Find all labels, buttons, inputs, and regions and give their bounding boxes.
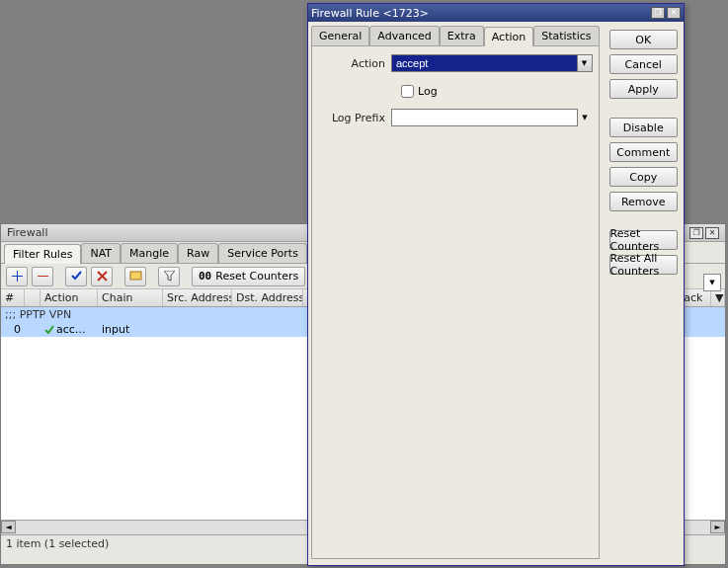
remove-button[interactable] bbox=[32, 267, 53, 286]
tab-action[interactable]: Action bbox=[484, 27, 533, 46]
col-flag[interactable] bbox=[25, 289, 40, 306]
reset-all-counters-button[interactable]: Reset All Counters bbox=[609, 255, 679, 275]
copy-button[interactable]: Copy bbox=[609, 167, 679, 187]
action-row: Action ▼ bbox=[318, 54, 593, 72]
apply-button[interactable]: Apply bbox=[609, 79, 679, 99]
remove-button[interactable]: Remove bbox=[609, 192, 679, 211]
chevron-down-icon[interactable]: ▼ bbox=[578, 54, 593, 72]
workspace: Firewall ❐ ✕ Filter Rules NAT Mangle Raw… bbox=[0, 0, 728, 568]
dialog-body: General Advanced Extra Action Statistics… bbox=[308, 22, 684, 565]
svg-rect-0 bbox=[130, 272, 141, 280]
window-controls: ❐ ✕ bbox=[689, 227, 719, 239]
action-label: Action bbox=[318, 57, 391, 70]
tab-service-ports[interactable]: Service Ports bbox=[218, 243, 307, 263]
tab-advanced[interactable]: Advanced bbox=[369, 26, 439, 45]
col-num[interactable]: # bbox=[1, 289, 25, 306]
firewall-title-text: Firewall bbox=[7, 226, 47, 239]
col-action[interactable]: Action bbox=[40, 289, 98, 306]
disable-button[interactable]: Disable bbox=[609, 118, 679, 137]
dialog-tabs: General Advanced Extra Action Statistics bbox=[311, 26, 600, 45]
col-src-address[interactable]: Src. Address bbox=[163, 289, 232, 306]
tab-extra[interactable]: Extra bbox=[440, 26, 484, 45]
cell-action: acc… bbox=[40, 323, 98, 336]
status-text: 1 item (1 selected) bbox=[6, 537, 109, 550]
col-chain[interactable]: Chain bbox=[98, 289, 163, 306]
close-icon[interactable]: ✕ bbox=[667, 7, 681, 19]
comment-button[interactable] bbox=[124, 267, 146, 286]
dialog-titlebar[interactable]: Firewall Rule <1723> ❐ ✕ bbox=[308, 4, 684, 22]
cell-chain: input bbox=[98, 323, 163, 336]
enable-button[interactable] bbox=[65, 267, 87, 286]
action-input[interactable] bbox=[391, 54, 578, 72]
accept-icon bbox=[44, 325, 54, 335]
add-button[interactable] bbox=[6, 267, 28, 286]
dialog-window-controls: ❐ ✕ bbox=[651, 7, 681, 19]
tab-raw[interactable]: Raw bbox=[178, 243, 218, 263]
filter-button[interactable] bbox=[158, 267, 180, 286]
log-prefix-row: Log Prefix ▼ bbox=[318, 109, 593, 126]
dialog-content: General Advanced Extra Action Statistics… bbox=[308, 22, 604, 565]
chevron-down-icon[interactable]: ▼ bbox=[578, 109, 593, 126]
dialog-button-column: OK Cancel Apply Disable Comment Copy Rem… bbox=[604, 22, 685, 565]
filter-dropdown[interactable]: ▼ bbox=[703, 274, 721, 291]
cancel-button[interactable]: Cancel bbox=[609, 54, 679, 74]
log-prefix-input[interactable] bbox=[391, 109, 578, 126]
tab-nat[interactable]: NAT bbox=[81, 243, 121, 263]
tab-mangle[interactable]: Mangle bbox=[121, 243, 178, 263]
close-icon[interactable]: ✕ bbox=[705, 227, 719, 239]
log-row: Log bbox=[397, 82, 593, 101]
comment-button[interactable]: Comment bbox=[609, 142, 679, 162]
tab-statistics[interactable]: Statistics bbox=[533, 26, 599, 45]
log-checkbox[interactable] bbox=[401, 85, 414, 98]
reset-counters-button[interactable]: Reset Counters bbox=[609, 230, 679, 250]
log-prefix-label: Log Prefix bbox=[318, 112, 391, 124]
ok-button[interactable]: OK bbox=[609, 30, 679, 49]
scroll-right-button[interactable]: ► bbox=[710, 521, 725, 533]
tab-filter-rules[interactable]: Filter Rules bbox=[4, 244, 81, 264]
firewall-rule-dialog: Firewall Rule <1723> ❐ ✕ General Advance… bbox=[307, 3, 685, 566]
log-label: Log bbox=[418, 85, 438, 98]
col-dst-address[interactable]: Dst. Address bbox=[232, 289, 303, 306]
cell-num: 0 bbox=[1, 323, 25, 336]
log-prefix-combo[interactable]: ▼ bbox=[391, 109, 593, 126]
reset-counters-button[interactable]: 00Reset Counters bbox=[192, 267, 305, 286]
dialog-panel: Action ▼ Log Log Prefix bbox=[311, 45, 600, 559]
scroll-left-button[interactable]: ◄ bbox=[1, 521, 16, 533]
col-more[interactable]: ▼ bbox=[711, 289, 725, 306]
restore-icon[interactable]: ❐ bbox=[651, 7, 665, 19]
dialog-title-text: Firewall Rule <1723> bbox=[311, 7, 429, 20]
disable-button[interactable] bbox=[91, 267, 113, 286]
action-combo[interactable]: ▼ bbox=[391, 54, 593, 72]
tab-general[interactable]: General bbox=[311, 26, 369, 45]
restore-icon[interactable]: ❐ bbox=[689, 227, 703, 239]
